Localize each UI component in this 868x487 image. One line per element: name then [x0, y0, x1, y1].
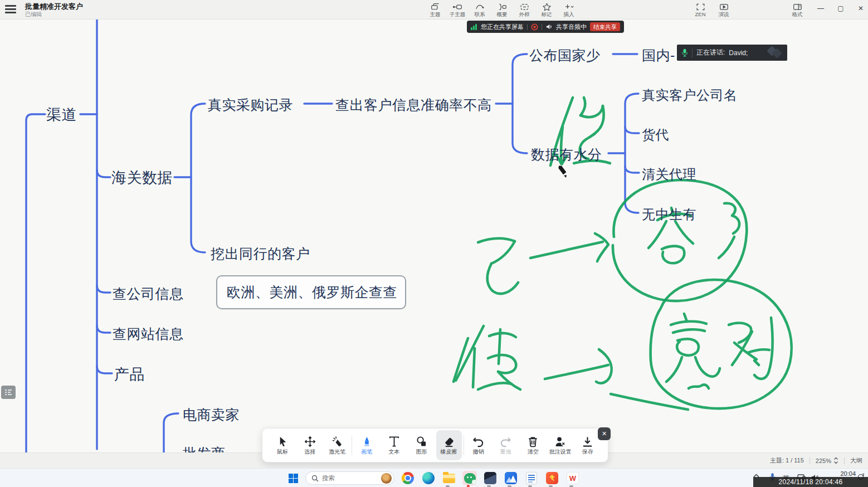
app-toolbar: 批量精准开发客户 已编辑 主题 子主题 联系 概要 外框 标记 插入: [0, 0, 868, 20]
taskbar-search[interactable]: [305, 471, 394, 485]
node-haiguan[interactable]: 海关数据: [111, 168, 173, 188]
save-annotation-button[interactable]: 保存: [575, 430, 601, 460]
wechat-unread-dot: [467, 485, 470, 487]
speaking-toast: 正在讲话: David;: [677, 45, 787, 61]
taskbar-wechat-icon[interactable]: [462, 471, 477, 485]
mouse-tool-button[interactable]: 鼠标: [270, 430, 295, 460]
audio-sharing-label: 共享音频中: [556, 23, 587, 31]
minimize-button[interactable]: —: [811, 1, 830, 16]
recording-datetime-overlay: 2024/11/18 20:04:46: [753, 477, 868, 487]
bing-daily-image[interactable]: [381, 473, 392, 484]
search-input[interactable]: [322, 475, 376, 481]
taskbar: W 英 20:04: [0, 468, 868, 487]
start-button[interactable]: [286, 471, 300, 485]
node-gongbu[interactable]: 公布国家少: [529, 46, 601, 65]
relationship-icon: [475, 3, 485, 11]
tray-clock[interactable]: 20:04: [833, 470, 856, 477]
node-pifa-partial[interactable]: 批发商: [183, 444, 226, 452]
undo-icon: [472, 436, 484, 447]
eraser-icon: [443, 436, 455, 447]
taskbar-wps-icon[interactable]: W: [565, 471, 580, 485]
node-zhenshicaigou[interactable]: 真实采购记录: [208, 96, 293, 114]
taskbar-app-orange-icon[interactable]: [545, 471, 559, 485]
star-icon: [542, 3, 552, 11]
taskbar-explorer-icon[interactable]: [442, 471, 456, 485]
topic-button[interactable]: 主题: [424, 1, 446, 19]
node-guonei[interactable]: 国内-: [642, 46, 675, 65]
present-button[interactable]: 演说: [712, 1, 735, 19]
taskbar-meeting-icon[interactable]: [504, 471, 518, 485]
subtopic-button[interactable]: 子主题: [446, 1, 469, 19]
boundary-button[interactable]: 外框: [513, 1, 535, 19]
outline-toggle[interactable]: 大纲: [850, 456, 862, 465]
annotation-settings-button[interactable]: 批注设置: [548, 430, 573, 460]
marker-button[interactable]: 标记: [535, 1, 558, 19]
annotation-toolbar-close-button[interactable]: ✕: [598, 427, 611, 440]
stop-record-icon[interactable]: [531, 23, 538, 31]
redo-button: 重做: [493, 430, 519, 460]
node-shuju[interactable]: 数据有水分: [531, 145, 602, 164]
speaking-prefix: 正在讲话:: [696, 48, 725, 57]
zoom-control[interactable]: 225%: [816, 457, 838, 464]
user-settings-icon: [554, 436, 566, 447]
redo-icon: [500, 436, 511, 447]
outline-list-icon: [4, 389, 12, 396]
signal-bars-icon: [471, 23, 477, 30]
screen-share-banner: 您正在共享屏幕 共享音频中 结束共享: [467, 21, 624, 33]
node-qingguan[interactable]: 清关代理: [642, 165, 696, 183]
zen-mode-button[interactable]: ZEN: [689, 1, 712, 19]
insert-plus-icon: [564, 3, 574, 11]
maximize-button[interactable]: ▢: [831, 1, 850, 16]
insert-button[interactable]: 插入: [558, 1, 580, 19]
topic-icon: [431, 3, 440, 11]
shape-tool-button[interactable]: 图形: [408, 430, 434, 460]
undo-button[interactable]: 撤销: [466, 430, 491, 460]
zoom-stepper-icon: [833, 457, 838, 464]
node-huodai[interactable]: 货代: [642, 126, 669, 144]
mindmap-connectors: [0, 20, 868, 452]
node-wuzhong[interactable]: 无中生有: [642, 206, 696, 223]
summary-button[interactable]: 概要: [491, 1, 513, 19]
branch-lines: [26, 20, 639, 452]
node-wachu[interactable]: 挖出同行的客户: [211, 245, 310, 263]
node-chanpin[interactable]: 产品: [114, 364, 145, 384]
node-chawangzhan[interactable]: 查网站信息: [113, 325, 184, 343]
node-qudao[interactable]: 渠道: [46, 105, 77, 125]
node-chagongsi[interactable]: 查公司信息: [113, 285, 184, 303]
select-tool-button[interactable]: 选择: [297, 430, 323, 460]
pen-tool-button[interactable]: 画笔: [354, 430, 379, 460]
outline-panel-toggle[interactable]: [1, 386, 16, 399]
end-share-button[interactable]: 结束共享: [590, 22, 620, 31]
format-panel-icon: [793, 3, 802, 11]
node-chachu[interactable]: 查出客户信息准确率不高: [335, 96, 492, 114]
meeting-logo-watermark: [768, 47, 783, 57]
laser-icon: [331, 436, 343, 447]
close-button[interactable]: ✕: [851, 1, 868, 16]
audio-icon: [545, 23, 553, 30]
format-button[interactable]: 格式: [786, 1, 809, 19]
eraser-tool-button[interactable]: 橡皮擦: [436, 430, 462, 460]
menu-icon[interactable]: [5, 5, 16, 14]
move-icon: [304, 436, 316, 447]
sharing-label: 您正在共享屏幕: [481, 23, 524, 31]
relationship-button[interactable]: 联系: [469, 1, 491, 19]
node-zhenshikehu[interactable]: 真实客户公司名: [642, 86, 738, 104]
taskbar-edge-icon[interactable]: [421, 471, 436, 485]
mindmap-canvas[interactable]: 渠道 海关数据 真实采购记录 查出客户信息准确率不高 公布国家少 国内- 数据有…: [0, 20, 868, 452]
pen-cursor: [558, 165, 567, 178]
zoom-level: 225%: [816, 457, 831, 464]
taskbar-notes-icon[interactable]: [524, 471, 539, 485]
screen: { "window": { "title": "批量精准开发客户", "modi…: [0, 0, 868, 487]
node-qichacha-box[interactable]: 欧洲、美洲、俄罗斯企查查: [216, 275, 406, 309]
node-dianshang[interactable]: 电商卖家: [183, 406, 240, 424]
cursor-icon: [277, 436, 289, 447]
clear-all-button[interactable]: 清空: [520, 430, 546, 460]
shapes-icon: [416, 436, 427, 447]
taskbar-chrome-icon[interactable]: [401, 471, 415, 485]
taskbar-xmind-icon[interactable]: [483, 471, 498, 485]
ink-annotation-ji-to-customer: [478, 180, 747, 301]
subtopic-icon: [453, 3, 462, 11]
laser-pointer-button[interactable]: 激光笔: [324, 430, 350, 460]
text-tool-button[interactable]: 文本: [381, 430, 407, 460]
zen-icon: [696, 3, 705, 11]
